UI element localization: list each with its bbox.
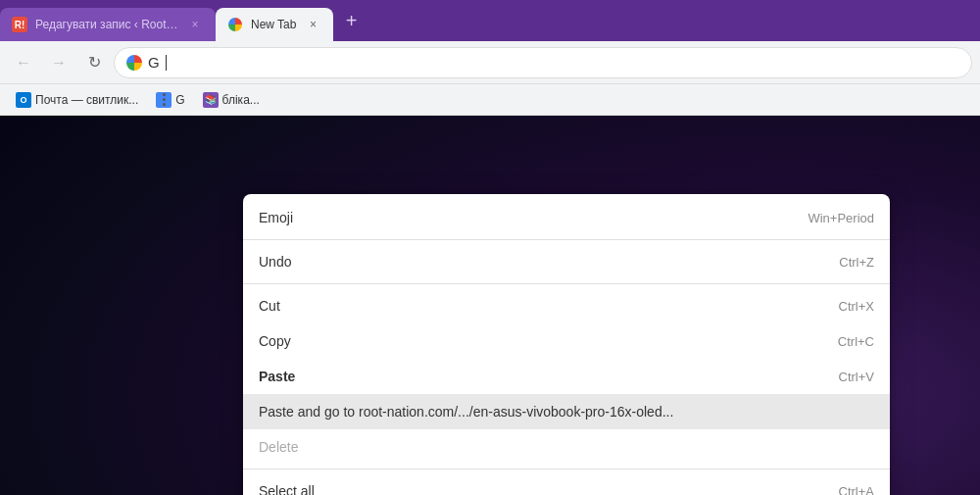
gdocs-icon: [156, 92, 172, 108]
omnibox-cursor: [166, 55, 167, 71]
menu-label-copy: Copy: [259, 333, 807, 349]
tab-title-root-nation: Редагувати запис ‹ Root Nation: [35, 18, 178, 31]
tab-favicon-root-nation: R!: [12, 17, 27, 32]
menu-shortcut-undo: Ctrl+Z: [839, 255, 874, 270]
purple-book-icon: 📚: [203, 92, 219, 108]
menu-label-delete: Delete: [259, 439, 843, 455]
bookmark-outlook-label: Почта — свитлик...: [35, 93, 138, 107]
menu-item-paste[interactable]: Paste Ctrl+V: [243, 359, 890, 394]
bookmark-more-label: бліка...: [222, 93, 260, 107]
tab-title-new-tab: New Tab: [251, 18, 296, 31]
page-content: Emoji Win+Period Undo Ctrl+Z Cut Ctrl+X …: [0, 116, 980, 495]
context-menu: Emoji Win+Period Undo Ctrl+Z Cut Ctrl+X …: [243, 194, 890, 495]
menu-label-undo: Undo: [259, 254, 808, 270]
chrome-favicon-icon: [228, 18, 242, 31]
bookmark-outlook[interactable]: O Почта — свитлик...: [8, 89, 146, 111]
menu-item-paste-go[interactable]: Paste and go to root-nation.com/.../en-a…: [243, 394, 890, 429]
gdocs-dots-icon: [156, 92, 172, 108]
menu-shortcut-copy: Ctrl+C: [838, 334, 874, 349]
menu-item-cut[interactable]: Cut Ctrl+X: [243, 288, 890, 323]
back-button[interactable]: ←: [8, 47, 39, 78]
menu-shortcut-select-all: Ctrl+A: [839, 484, 874, 496]
tab-new-tab[interactable]: New Tab ×: [216, 8, 333, 41]
bookmark-gdocs-label: G: [175, 93, 184, 107]
menu-divider-3: [243, 469, 890, 470]
reload-button[interactable]: ↻: [78, 47, 110, 78]
menu-shortcut-cut: Ctrl+X: [839, 299, 874, 314]
tab-close-root-nation[interactable]: ×: [186, 16, 204, 33]
menu-divider-2: [243, 283, 890, 284]
outlook-icon: O: [16, 92, 31, 108]
menu-item-delete[interactable]: Delete: [243, 429, 890, 465]
tab-root-nation[interactable]: R! Редагувати запис ‹ Root Nation ×: [0, 8, 216, 41]
omnibox-text: G: [148, 54, 160, 71]
menu-item-select-all[interactable]: Select all Ctrl+A: [243, 473, 890, 495]
menu-item-emoji[interactable]: Emoji Win+Period: [243, 200, 890, 235]
tab-bar-left: R! Редагувати запис ‹ Root Nation × New …: [0, 0, 365, 41]
bookmarks-bar: O Почта — свитлик... G 📚 бліка...: [0, 84, 980, 116]
menu-divider-1: [243, 239, 890, 240]
new-tab-button[interactable]: +: [337, 7, 365, 34]
bookmark-more[interactable]: 📚 бліка...: [195, 89, 268, 111]
tab-close-new-tab[interactable]: ×: [304, 16, 321, 33]
tab-favicon-new-tab: [227, 17, 243, 32]
menu-label-select-all: Select all: [259, 483, 808, 495]
menu-label-emoji: Emoji: [259, 210, 776, 225]
chrome-window: R! Редагувати запис ‹ Root Nation × New …: [0, 0, 980, 495]
bookmark-gdocs[interactable]: G: [148, 89, 192, 111]
toolbar: ← → ↻ G: [0, 41, 980, 84]
forward-button[interactable]: →: [43, 47, 74, 78]
tab-bar: R! Редагувати запис ‹ Root Nation × New …: [0, 0, 980, 41]
menu-item-undo[interactable]: Undo Ctrl+Z: [243, 244, 890, 279]
menu-label-paste: Paste: [259, 369, 808, 384]
menu-shortcut-emoji: Win+Period: [808, 211, 874, 225]
menu-shortcut-paste: Ctrl+V: [839, 370, 874, 384]
omnibox[interactable]: G: [114, 47, 972, 78]
omnibox-favicon: [126, 55, 142, 71]
menu-label-paste-go: Paste and go to root-nation.com/.../en-a…: [259, 404, 843, 420]
menu-item-copy[interactable]: Copy Ctrl+C: [243, 323, 890, 359]
menu-label-cut: Cut: [259, 298, 808, 314]
